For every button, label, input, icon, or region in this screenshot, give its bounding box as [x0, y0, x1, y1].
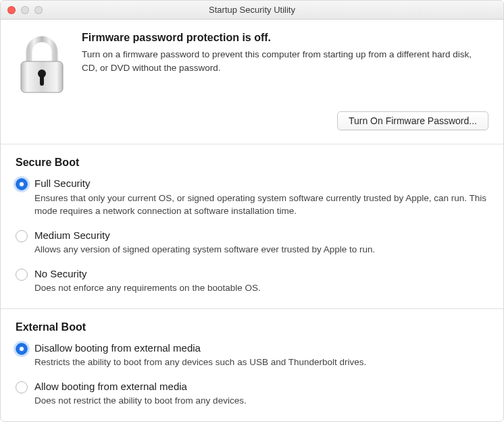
external-boot-heading: External Boot [16, 321, 488, 333]
minimize-button[interactable] [21, 6, 29, 14]
radio-label: Full Security [34, 177, 488, 190]
close-button[interactable] [7, 6, 16, 14]
zoom-button[interactable] [34, 6, 43, 14]
radio-description: Does not restrict the ability to boot fr… [34, 394, 488, 408]
external-boot-radio-group: Disallow booting from external media Res… [16, 341, 488, 408]
radio-input[interactable] [16, 343, 28, 355]
secure-boot-section: Secure Boot Full Security Ensures that o… [1, 144, 503, 309]
firmware-description: Turn on a firmware password to prevent t… [82, 48, 488, 74]
radio-label: Allow booting from external media [34, 380, 488, 393]
radio-text: Full Security Ensures that only your cur… [34, 177, 488, 218]
radio-input[interactable] [16, 178, 28, 190]
radio-text: Allow booting from external media Does n… [34, 380, 488, 408]
secure-boot-radio-group: Full Security Ensures that only your cur… [16, 177, 488, 295]
traffic-lights [7, 6, 43, 14]
radio-description: Restricts the ability to boot from any d… [34, 356, 488, 369]
radio-description: Does not enforce any requirements on the… [34, 281, 488, 295]
radio-text: No Security Does not enforce any require… [34, 267, 488, 295]
firmware-heading: Firmware password protection is off. [82, 32, 488, 44]
radio-text: Medium Security Allows any version of si… [34, 229, 488, 256]
radio-input[interactable] [16, 230, 28, 242]
external-boot-section: External Boot Disallow booting from exte… [1, 309, 503, 421]
titlebar: Startup Security Utility [1, 1, 503, 20]
radio-input[interactable] [16, 381, 28, 393]
radio-medium-security[interactable]: Medium Security Allows any version of si… [16, 229, 488, 256]
window: Startup Security Utility [0, 0, 504, 422]
firmware-text: Firmware password protection is off. Tur… [82, 32, 488, 74]
radio-label: Disallow booting from external media [34, 341, 488, 355]
firmware-button-row: Turn On Firmware Password... [16, 111, 488, 130]
firmware-section: Firmware password protection is off. Tur… [1, 20, 503, 144]
radio-no-security[interactable]: No Security Does not enforce any require… [16, 267, 488, 295]
lock-icon [16, 32, 68, 95]
svg-rect-2 [40, 75, 44, 86]
radio-description: Allows any version of signed operating s… [34, 243, 488, 256]
radio-allow-external[interactable]: Allow booting from external media Does n… [16, 380, 488, 408]
radio-description: Ensures that only your current OS, or si… [34, 192, 488, 218]
radio-label: Medium Security [34, 229, 488, 242]
radio-input[interactable] [16, 269, 28, 281]
radio-full-security[interactable]: Full Security Ensures that only your cur… [16, 177, 488, 218]
secure-boot-heading: Secure Boot [16, 157, 488, 169]
radio-text: Disallow booting from external media Res… [34, 341, 488, 369]
radio-disallow-external[interactable]: Disallow booting from external media Res… [16, 341, 488, 369]
radio-label: No Security [34, 267, 488, 281]
window-title: Startup Security Utility [1, 5, 503, 15]
firmware-row: Firmware password protection is off. Tur… [16, 32, 488, 95]
turn-on-firmware-password-button[interactable]: Turn On Firmware Password... [337, 111, 488, 130]
